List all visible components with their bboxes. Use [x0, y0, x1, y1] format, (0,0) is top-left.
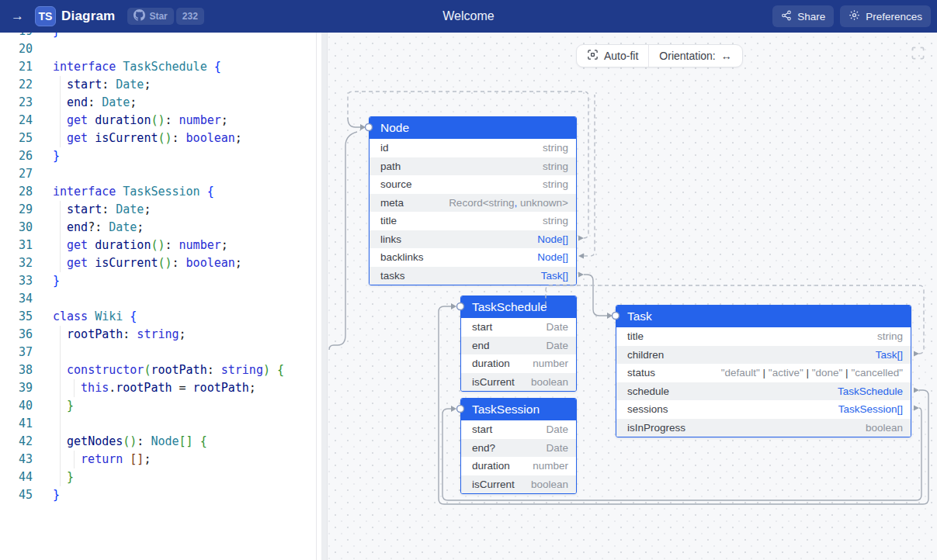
- sessions-source-arrow: [914, 406, 919, 411]
- code-text: [53, 344, 67, 361]
- page-title: Welcome: [442, 9, 494, 23]
- code-editor-panel[interactable]: 19}2021interface TaskSchedule {22 start:…: [0, 33, 317, 560]
- backlinks-target-arrow: [578, 254, 584, 259]
- field-type: Date: [546, 321, 568, 333]
- code-line: 19}: [0, 33, 316, 40]
- line-number: 42: [0, 433, 33, 451]
- github-star-count[interactable]: 232: [176, 8, 204, 25]
- entity-task[interactable]: TasktitlestringchildrenTask[]status"defa…: [616, 305, 911, 437]
- entity-header[interactable]: Task: [616, 306, 911, 327]
- entity-row: titlestring: [370, 212, 576, 230]
- entity-header[interactable]: Node: [370, 117, 576, 139]
- entity-header[interactable]: TaskSchedule: [461, 296, 576, 318]
- code-text: class Wiki {: [53, 308, 137, 326]
- entity-row: startDate: [461, 318, 576, 337]
- field-name: end: [472, 340, 490, 351]
- auto-fit-button[interactable]: Auto-fit: [577, 45, 648, 67]
- entity-row: isInProgressboolean: [616, 419, 911, 437]
- top-bar: → TS Diagram Star 232 Welcome Share Pref…: [0, 0, 937, 33]
- entity-row: status"default" | "active" | "done" | "c…: [616, 364, 911, 382]
- entity-title: Node: [380, 121, 409, 135]
- line-number: 23: [0, 94, 33, 112]
- code-text: }: [53, 397, 74, 415]
- code-line: 27: [0, 165, 316, 183]
- line-number: 44: [0, 468, 33, 486]
- code-line: 37: [0, 344, 316, 361]
- field-type: boolean: [531, 376, 568, 388]
- fullscreen-button[interactable]: [911, 46, 926, 61]
- line-number: 32: [0, 254, 33, 272]
- app-logo[interactable]: TS: [35, 6, 56, 26]
- field-type: string: [543, 178, 568, 190]
- orientation-label: Orientation:: [659, 50, 715, 62]
- entity-row: sessionsTaskSession[]: [616, 400, 911, 419]
- code-text: start: Date;: [53, 76, 151, 94]
- line-number: 20: [0, 40, 33, 58]
- field-type: number: [533, 358, 568, 369]
- code-line: 39 this.rootPath = rootPath;: [0, 379, 316, 397]
- children-source-arrow: [914, 351, 919, 357]
- share-button[interactable]: Share: [772, 5, 834, 27]
- entity-header[interactable]: TaskSession: [461, 399, 576, 420]
- line-number: 33: [0, 272, 33, 290]
- entity-title: TaskSchedule: [472, 300, 547, 314]
- schedule-source-arrow: [914, 388, 919, 393]
- edge-offscreen-left: [329, 132, 357, 350]
- line-number: 30: [0, 219, 33, 237]
- code-line: 32 get isCurrent(): boolean;: [0, 254, 316, 272]
- field-type: "default" | "active" | "done" | "cancell…: [721, 367, 903, 379]
- app-name: Diagram: [61, 9, 115, 24]
- share-label: Share: [797, 11, 825, 22]
- field-type-link[interactable]: Node[]: [537, 233, 568, 245]
- panel-resizer-handle[interactable]: [317, 33, 327, 560]
- back-arrow-icon[interactable]: →: [11, 9, 24, 24]
- diagram-canvas[interactable]: Auto-fit Orientation: ↔ Nodeidstringpath…: [327, 33, 937, 560]
- code-text: }: [53, 33, 60, 40]
- entity-row: idstring: [370, 139, 576, 157]
- code-line: 40 }: [0, 397, 316, 415]
- field-type-link[interactable]: Task[]: [876, 349, 903, 361]
- line-number: 40: [0, 397, 33, 415]
- entity-taskschedule[interactable]: TaskSchedulestartDateendDatedurationnumb…: [460, 296, 577, 392]
- field-name: schedule: [627, 385, 669, 397]
- github-star-label: Star: [149, 11, 167, 22]
- diagram-toolbar: Auto-fit Orientation: ↔: [576, 44, 743, 67]
- code-text: interface TaskSession {: [53, 183, 214, 201]
- line-number: 41: [0, 415, 33, 433]
- entity-tasksession[interactable]: TaskSessionstartDateend?Datedurationnumb…: [460, 398, 577, 494]
- entity-row: durationnumber: [461, 457, 576, 475]
- field-name: start: [472, 423, 492, 435]
- github-icon: [134, 9, 149, 23]
- code-text: }: [53, 468, 74, 486]
- code-text: get duration(): number;: [53, 112, 228, 130]
- code-text: start: Date;: [53, 201, 151, 219]
- tasksession-target-arrow: [451, 406, 456, 412]
- code-text: }: [53, 272, 60, 290]
- code-line: 31 get duration(): number;: [0, 237, 316, 254]
- code-line: 21interface TaskSchedule {: [0, 58, 316, 76]
- entity-node[interactable]: NodeidstringpathstringsourcestringmetaRe…: [369, 116, 577, 285]
- field-name: sessions: [627, 403, 668, 415]
- code-text: end: Date;: [53, 94, 137, 112]
- field-type-link[interactable]: Node[]: [537, 251, 568, 263]
- field-type-link[interactable]: Task[]: [541, 270, 568, 282]
- field-name: status: [627, 367, 655, 379]
- field-name: children: [627, 349, 664, 361]
- code-text: getNodes(): Node[] {: [53, 433, 207, 451]
- auto-fit-icon: [587, 49, 599, 63]
- github-star-widget: Star 232: [127, 8, 203, 25]
- field-type-link[interactable]: TaskSession[]: [838, 403, 903, 415]
- code-line: 28interface TaskSession {: [0, 183, 316, 201]
- field-type-link[interactable]: TaskSchedule: [838, 385, 903, 397]
- field-name: end?: [472, 442, 495, 454]
- code-line: 20: [0, 40, 316, 58]
- line-number: 29: [0, 201, 33, 219]
- preferences-button[interactable]: Preferences: [840, 5, 931, 27]
- github-star-button[interactable]: Star: [127, 8, 173, 25]
- code-text: get isCurrent(): boolean;: [53, 130, 242, 147]
- field-type: Date: [546, 340, 568, 351]
- orientation-button[interactable]: Orientation: ↔: [649, 45, 741, 67]
- line-number: 38: [0, 361, 33, 379]
- code-line: 38 constructor(rootPath: string) {: [0, 361, 316, 379]
- code-text: return [];: [53, 451, 151, 468]
